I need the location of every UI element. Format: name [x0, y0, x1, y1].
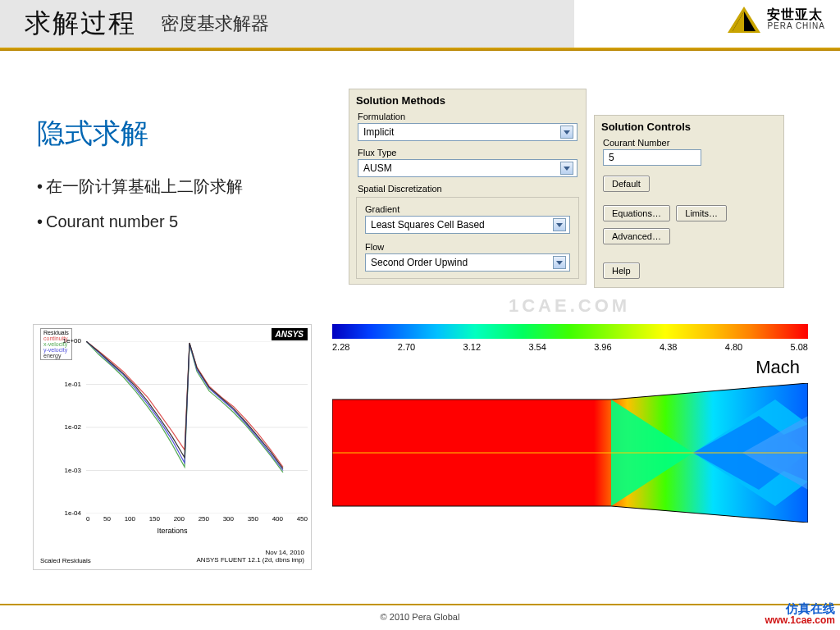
gradient-select[interactable]: Least Squares Cell Based — [365, 216, 570, 234]
footer-rule — [0, 604, 840, 605]
courant-label: Courant Number — [595, 135, 783, 149]
chevron-down-icon — [553, 218, 566, 231]
slide-subtitle: 密度基求解器 — [161, 11, 269, 36]
formulation-label: Formulation — [349, 108, 586, 123]
slide-title: 求解过程 — [25, 6, 136, 42]
residuals-xtick: 50 — [103, 515, 111, 523]
header-rule — [0, 48, 840, 51]
residuals-xtick: 450 — [297, 515, 308, 523]
residuals-ytick: 1e-04 — [37, 509, 81, 517]
residuals-footer-right: Nov 14, 2010 ANSYS FLUENT 12.1 (2d, dbns… — [197, 550, 304, 564]
residuals-xtick: 0 — [86, 515, 89, 523]
courant-value: 5 — [609, 152, 614, 163]
default-button[interactable]: Default — [603, 176, 650, 192]
left-text-block: 隐式求解 在一阶计算基础上二阶求解 Courant number 5 — [37, 115, 332, 246]
colorbar-tick: 4.80 — [725, 342, 742, 352]
residuals-xtick: 100 — [125, 515, 135, 523]
gradient-value: Least Squares Cell Based — [371, 219, 485, 231]
solution-controls-panel: Solution Controls Courant Number 5 Defau… — [594, 115, 784, 288]
residuals-version: ANSYS FLUENT 12.1 (2d, dbns imp) — [197, 557, 304, 564]
residuals-ytick: 1e-02 — [37, 423, 81, 431]
formulation-value: Implicit — [363, 126, 394, 138]
residuals-chart: ANSYS Residuals continuity x-velocity y-… — [33, 324, 312, 570]
colorbar-tick: 3.12 — [463, 342, 481, 352]
spatial-label: Spatial Discretization — [349, 180, 586, 195]
help-button[interactable]: Help — [603, 262, 640, 279]
logo-triangle-icon — [728, 7, 760, 33]
title-bar: 求解过程 密度基求解器 — [0, 0, 574, 48]
copyright: © 2010 Pera Global — [0, 612, 840, 622]
residuals-xtick: 350 — [248, 515, 258, 523]
bullet-1: 在一阶计算基础上二阶求解 — [37, 176, 332, 198]
stamp-url: www.1cae.com — [765, 615, 835, 627]
controls-title: Solution Controls — [595, 116, 783, 135]
limits-button[interactable]: Limits… — [676, 205, 727, 221]
flux-select[interactable]: AUSM — [358, 159, 578, 177]
residuals-xtick: 250 — [199, 515, 209, 523]
mach-colorbar — [332, 324, 808, 339]
ansys-badge: ANSYS — [272, 328, 308, 340]
residuals-xtick: 400 — [272, 515, 283, 523]
section-heading: 隐式求解 — [37, 115, 332, 153]
watermark: 1CAE.COM — [509, 295, 630, 317]
residuals-plot-area — [86, 341, 308, 514]
advanced-button[interactable]: Advanced… — [603, 228, 670, 244]
solution-methods-panel: Solution Methods Formulation Implicit Fl… — [349, 89, 587, 285]
legend-title: Residuals — [43, 330, 69, 336]
logo-en: PERA CHINA — [767, 22, 825, 31]
equations-button[interactable]: Equations… — [603, 205, 670, 221]
mach-colorbar-ticks: 2.282.703.123.543.964.384.805.08 — [332, 342, 808, 352]
site-stamp: 仿真在线 www.1cae.com — [765, 601, 835, 627]
residuals-xticks: 050100150200250300350400450 — [86, 515, 308, 523]
stamp-cn: 仿真在线 — [765, 601, 835, 615]
bullet-2: Courant number 5 — [37, 212, 332, 231]
residuals-footer-left: Scaled Residuals — [40, 557, 91, 564]
colorbar-tick: 3.96 — [594, 342, 611, 352]
legend-energy: energy — [43, 353, 69, 358]
flux-label: Flux Type — [349, 144, 586, 159]
flow-value: Second Order Upwind — [371, 257, 468, 268]
colorbar-tick: 2.70 — [398, 342, 415, 352]
courant-input[interactable]: 5 — [603, 149, 701, 166]
spatial-fieldset: Gradient Least Squares Cell Based Flow S… — [356, 197, 579, 279]
slide-header: 求解过程 密度基求解器 安世亚太 PERA CHINA — [0, 0, 840, 49]
mach-contour-figure: 2.282.703.123.543.964.384.805.08 Mach — [324, 324, 816, 570]
residuals-ytick: 1e-01 — [37, 381, 81, 388]
flow-select[interactable]: Second Order Upwind — [365, 253, 570, 272]
residuals-xlabel: Iterations — [34, 527, 311, 535]
colorbar-tick: 2.28 — [332, 342, 349, 352]
formulation-select[interactable]: Implicit — [358, 123, 578, 141]
residuals-xtick: 300 — [223, 515, 234, 523]
mach-label: Mach — [324, 352, 816, 380]
methods-title: Solution Methods — [349, 89, 586, 108]
gradient-label: Gradient — [357, 199, 578, 216]
colorbar-tick: 3.54 — [528, 342, 546, 352]
residuals-xtick: 150 — [149, 515, 160, 523]
legend-yvel: y-velocity — [43, 347, 69, 353]
residuals-ytick: 1e+00 — [37, 337, 81, 345]
flux-value: AUSM — [363, 162, 392, 174]
pera-logo: 安世亚太 PERA CHINA — [728, 7, 825, 33]
chevron-down-icon — [560, 126, 573, 139]
mach-contour — [332, 383, 808, 523]
colorbar-tick: 5.08 — [791, 342, 808, 352]
flow-label: Flow — [357, 237, 578, 253]
colorbar-tick: 4.38 — [660, 342, 677, 352]
chevron-down-icon — [553, 256, 566, 269]
chevron-down-icon — [560, 162, 573, 175]
residuals-ytick: 1e-03 — [37, 467, 81, 474]
logo-cn: 安世亚太 — [767, 8, 825, 22]
residuals-xtick: 200 — [174, 515, 185, 523]
